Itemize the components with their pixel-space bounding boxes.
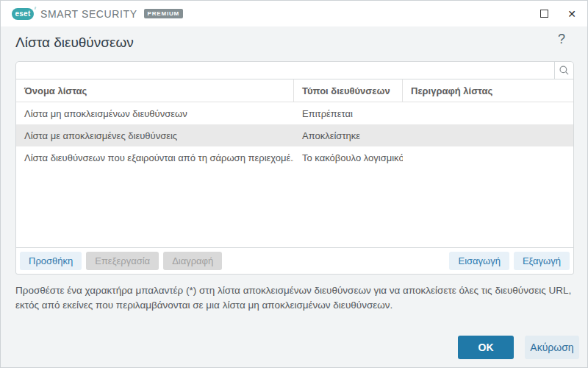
- export-button[interactable]: Εξαγωγή: [514, 252, 570, 270]
- product-name: SMART SECURITY: [40, 8, 137, 20]
- column-header-list-description[interactable]: Περιγραφή λίστας: [403, 79, 573, 102]
- close-icon: ✕: [567, 8, 576, 20]
- cell-address-type: Αποκλείστηκε: [294, 124, 403, 146]
- cell-list-description: [403, 102, 573, 124]
- table-header: Όνομα λίστας Τύποι διευθύνσεων Περιγραφή…: [16, 79, 573, 102]
- edit-button[interactable]: Επεξεργασία: [86, 252, 159, 270]
- add-button[interactable]: Προσθήκη: [20, 252, 82, 270]
- cancel-button[interactable]: Ακύρωση: [525, 336, 579, 359]
- premium-badge: PREMIUM: [144, 9, 183, 18]
- table-row-excluded-list[interactable]: Λίστα διευθύνσεων που εξαιρούνται από τη…: [16, 146, 573, 169]
- address-list-panel: Όνομα λίστας Τύποι διευθύνσεων Περιγραφή…: [15, 61, 574, 275]
- cell-list-description: [403, 146, 573, 169]
- search-input[interactable]: [16, 62, 554, 79]
- hint-text: Προσθέστε ένα χαρακτήρα μπαλαντέρ (*) στ…: [15, 283, 573, 313]
- cell-address-type: Το κακόβουλο λογισμικό ...: [294, 146, 403, 169]
- cell-list-name: Λίστα μη αποκλεισμένων διευθύνσεων: [16, 102, 294, 124]
- page-title: Λίστα διευθύνσεων: [15, 35, 134, 51]
- delete-button[interactable]: Διαγραφή: [163, 252, 222, 270]
- eset-brand: eset SMART SECURITY PREMIUM: [12, 8, 183, 20]
- table-empty-area: [16, 169, 573, 247]
- table-actions-bar: Προσθήκη Επεξεργασία Διαγραφή Εισαγωγή Ε…: [16, 247, 573, 274]
- search-bar: [16, 62, 573, 79]
- table-row-allowed-list[interactable]: Λίστα μη αποκλεισμένων διευθύνσεων Επιτρ…: [16, 102, 573, 124]
- maximize-button[interactable]: [534, 4, 553, 24]
- table-row-blocked-list[interactable]: Λίστα με αποκλεισμένες διευθύνσεις Αποκλ…: [16, 124, 573, 146]
- help-icon[interactable]: ?: [554, 32, 569, 47]
- search-icon: [559, 65, 570, 76]
- cell-list-description: [403, 124, 573, 146]
- column-header-address-types[interactable]: Τύποι διευθύνσεων: [294, 79, 403, 102]
- close-button[interactable]: ✕: [562, 4, 581, 24]
- import-button[interactable]: Εισαγωγή: [449, 252, 509, 270]
- search-button[interactable]: [554, 62, 573, 79]
- cell-list-name: Λίστα διευθύνσεων που εξαιρούνται από τη…: [16, 146, 294, 169]
- cell-address-type: Επιτρέπεται: [294, 102, 403, 124]
- column-header-list-name[interactable]: Όνομα λίστας: [16, 79, 294, 102]
- window-controls: ✕: [534, 4, 581, 24]
- eset-address-list-window: { "window": { "brand": { "logo_text": "e…: [0, 0, 588, 368]
- maximize-icon: [540, 10, 548, 18]
- eset-logo-icon: eset: [12, 8, 34, 20]
- ok-button[interactable]: OK: [458, 336, 514, 359]
- cell-list-name: Λίστα με αποκλεισμένες διευθύνσεις: [16, 124, 294, 146]
- window-titlebar: eset SMART SECURITY PREMIUM ✕: [1, 1, 588, 26]
